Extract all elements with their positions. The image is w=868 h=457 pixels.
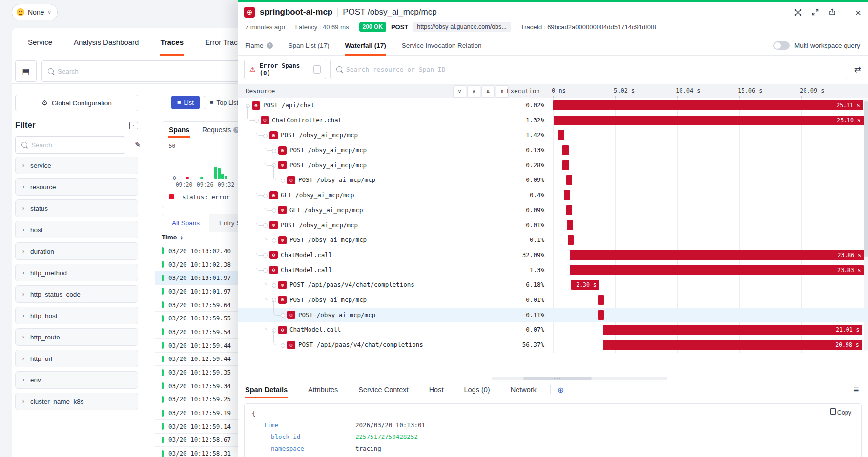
error-spans-filter[interactable]: ⚠ Error Spans (0) xyxy=(244,60,326,79)
x-axis-tick-label: 09:20 xyxy=(176,181,193,188)
swap-columns-icon[interactable]: ⇄ xyxy=(851,64,861,75)
global-configuration-button[interactable]: ⚙ Global Configuration xyxy=(15,95,138,111)
span-duration-bar[interactable] xyxy=(566,175,573,185)
close-icon[interactable]: × xyxy=(855,7,861,18)
chart-tab-requests[interactable]: Requests? xyxy=(202,126,240,138)
view-options-icon[interactable]: ≣ xyxy=(853,385,859,394)
span-duration-bar[interactable] xyxy=(562,145,569,155)
span-execution-percent: 0.1% xyxy=(501,236,544,243)
span-duration-bar[interactable]: 25.11 s xyxy=(553,100,863,110)
detail-tab-flame[interactable]: Flame? xyxy=(245,36,273,55)
tab-service[interactable]: Service xyxy=(28,28,52,56)
tab-analysis-dashboard[interactable]: Analysis Dashboard xyxy=(74,28,139,56)
span-tab-all-spans[interactable]: All Spans xyxy=(162,214,209,232)
global-search-input[interactable]: Search xyxy=(41,60,248,82)
filter-item-cluster-name-k8s[interactable]: ›cluster_name_k8s xyxy=(15,393,138,410)
span-duration-bar[interactable] xyxy=(562,160,569,170)
waterfall-row[interactable]: ⊕POST /obsy_ai_mcp/mcp0.01% xyxy=(238,293,868,308)
filter-item-duration[interactable]: ›duration xyxy=(15,242,138,260)
filter-item-status[interactable]: ›status xyxy=(15,199,138,217)
span-duration-bar[interactable]: 23.86 s xyxy=(570,250,864,260)
filter-item-resource[interactable]: ›resource xyxy=(15,178,138,196)
span-detail-tab-logs-0[interactable]: Logs (0) xyxy=(464,380,490,399)
workspace-selector[interactable]: None ∨ xyxy=(12,4,58,20)
next-span-icon[interactable]: ∧ xyxy=(467,85,480,98)
json-key[interactable]: __block_id xyxy=(252,431,355,443)
waterfall-row[interactable]: ⊕POST /obsy_ai_mcp/mcp0.01% xyxy=(238,218,868,233)
span-duration-bar[interactable] xyxy=(566,205,573,215)
span-duration-bar[interactable] xyxy=(567,220,573,230)
filter-item-http-host[interactable]: ›http_host xyxy=(15,307,138,324)
http-url[interactable]: https://obsy-ai.guance.com/obs... xyxy=(413,22,510,32)
span-detail-tab-network[interactable]: Network xyxy=(511,380,537,399)
chart-tab-spans[interactable]: Spans xyxy=(169,126,189,138)
filter-item-http-method[interactable]: ›http_method xyxy=(15,264,138,281)
collapse-panel-icon[interactable]: ‹ xyxy=(129,122,138,129)
add-tab-icon[interactable]: ⊕ xyxy=(558,385,564,395)
span-search-input[interactable]: Search resource or Span ID xyxy=(330,60,847,79)
detail-tab-span-list-17[interactable]: Span List (17) xyxy=(289,36,330,55)
span-duration-bar[interactable]: 25.10 s xyxy=(554,116,863,125)
tree-connector xyxy=(265,151,272,166)
saved-views-button[interactable]: ▤ xyxy=(15,60,37,82)
trace-time: 03/20 10:13:02.38 xyxy=(168,261,231,268)
chart-bar xyxy=(221,174,224,179)
axis-tick-label: 5.02 s xyxy=(614,87,635,94)
filter-item-service[interactable]: ›service xyxy=(15,157,138,174)
span-detail-tab-host[interactable]: Host xyxy=(429,380,444,399)
sort-icon[interactable]: ▲▼ xyxy=(180,235,183,240)
span-duration-bar[interactable] xyxy=(558,130,564,140)
span-duration-bar[interactable]: 2.30 s xyxy=(571,280,599,290)
tab-traces[interactable]: Traces xyxy=(160,28,184,56)
span-detail-tab-attributes[interactable]: Attributes xyxy=(308,380,338,399)
span-duration-bar[interactable]: 23.83 s xyxy=(570,265,864,275)
span-duration-bar[interactable] xyxy=(564,190,570,200)
service-map-icon[interactable] xyxy=(794,8,802,17)
span-duration-bar[interactable]: 21.01 s xyxy=(603,325,862,335)
global-configuration-label: Global Configuration xyxy=(52,99,112,107)
span-detail-tab-service-context[interactable]: Service Context xyxy=(358,380,408,399)
span-duration-bar[interactable] xyxy=(598,310,604,320)
filter-search-input[interactable]: Search xyxy=(15,136,125,154)
waterfall-row[interactable]: ⊕POST /obsy_ai_mcp/mcp0.1% xyxy=(238,233,868,248)
waterfall-row[interactable]: ⊕GET /obsy_ai_mcp/mcp0.09% xyxy=(238,203,868,218)
waterfall-row[interactable]: ⊕POST /obsy_ai_mcp/mcp0.28% xyxy=(238,158,868,173)
waterfall-row[interactable]: ⊕POST /api/paas/v4/chat/completions6.18%… xyxy=(238,278,868,293)
waterfall-row[interactable]: ⚙ChatModel.call32.09%23.86 s xyxy=(238,248,868,263)
filter-item-http-url[interactable]: ›http_url xyxy=(15,350,138,367)
export-icon[interactable] xyxy=(828,8,836,16)
multi-workspace-toggle[interactable] xyxy=(773,41,790,50)
json-key[interactable]: time xyxy=(252,419,355,431)
fullscreen-icon[interactable] xyxy=(811,8,819,16)
detail-tab-service-invocation-relation[interactable]: Service Invocation Relation xyxy=(402,36,482,55)
horizontal-scrollbar-thumb[interactable]: ••• xyxy=(523,377,592,380)
waterfall-row[interactable]: ⊕POST /obsy_ai_mcp/mcp1.42% xyxy=(238,128,868,143)
copy-button[interactable]: Copy xyxy=(826,409,854,417)
edit-icon[interactable]: ✎ xyxy=(135,140,141,149)
filter-item-host[interactable]: ›host xyxy=(15,221,138,238)
prev-span-icon[interactable]: ∨ xyxy=(453,85,466,98)
waterfall-row[interactable]: ⊕POST /api/paas/v4/chat/completions56.37… xyxy=(238,338,868,353)
last-span-icon[interactable]: ⇊ xyxy=(481,85,495,98)
span-duration-bar[interactable]: 20.98 s xyxy=(603,340,862,350)
waterfall-row[interactable]: ⚙ChatModel.call1.3%23.83 s xyxy=(238,263,868,278)
list-view-button[interactable]: ≡ List xyxy=(171,96,200,109)
waterfall-row[interactable]: ⊕ChatController.chat1.32%25.10 s xyxy=(238,113,868,128)
waterfall-row[interactable]: ⊕POST /api/chat0.02%25.11 s xyxy=(238,98,868,113)
filter-item-env[interactable]: ›env xyxy=(15,371,138,389)
span-duration-bar[interactable] xyxy=(568,235,574,245)
detail-tab-waterfall-17[interactable]: Waterfall (17) xyxy=(345,36,386,55)
json-key[interactable]: __namespace xyxy=(252,443,355,455)
span-duration-bar[interactable] xyxy=(598,295,604,305)
json-value: 22575172750428252 xyxy=(355,431,418,443)
filter-item-http-route[interactable]: ›http_route xyxy=(15,328,138,346)
waterfall-row[interactable]: ⚙ChatModel.call0.07%21.01 s xyxy=(238,322,868,338)
time-column-header[interactable]: Time ▲▼ xyxy=(162,234,183,241)
waterfall-row[interactable]: ⊕POST /obsy_ai_mcp/mcp0.11% xyxy=(238,308,868,323)
error-spans-checkbox[interactable] xyxy=(313,65,321,74)
waterfall-row[interactable]: ⊕POST /obsy_ai_mcp/mcp0.13% xyxy=(238,143,868,158)
waterfall-row[interactable]: ⊕POST /obsy_ai_mcp/mcp0.09% xyxy=(238,173,868,188)
waterfall-row[interactable]: ⊕GET /obsy_ai_mcp/mcp0.4% xyxy=(238,188,868,203)
filter-item-http-status-code[interactable]: ›http_status_code xyxy=(15,285,138,303)
span-detail-tab-span-details[interactable]: Span Details xyxy=(245,380,288,399)
